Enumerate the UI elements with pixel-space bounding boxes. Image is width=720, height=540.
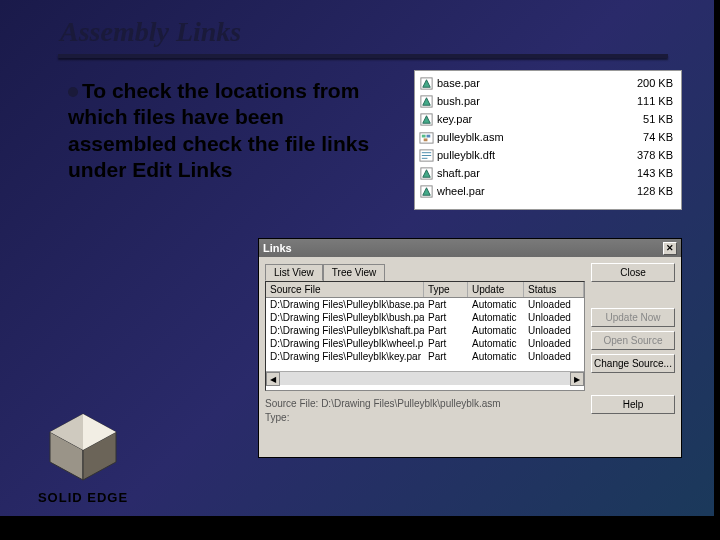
- link-row[interactable]: D:\Drawing Files\Pulleyblk\bush.parPartA…: [266, 311, 584, 324]
- source-file-value: D:\Drawing Files\Pulleyblk\pulleyblk.asm: [321, 398, 501, 409]
- file-name: pulleyblk.asm: [437, 131, 622, 143]
- slide-title: Assembly Links: [60, 16, 241, 48]
- cell-status: Unloaded: [524, 350, 584, 363]
- file-name: key.par: [437, 113, 622, 125]
- file-size: 200 KB: [622, 77, 677, 89]
- file-icon: [419, 166, 434, 181]
- file-size: 51 KB: [622, 113, 677, 125]
- dialog-tabs: List View Tree View: [265, 263, 585, 280]
- file-size: 111 KB: [622, 95, 677, 107]
- solid-edge-logo: SOLID EDGE: [36, 412, 130, 505]
- bullet-text: To check the locations from which files …: [68, 79, 369, 181]
- links-listview[interactable]: Source File Type Update Status D:\Drawin…: [265, 281, 585, 391]
- file-name: bush.par: [437, 95, 622, 107]
- cell-status: Unloaded: [524, 311, 584, 324]
- bullet-icon: [68, 87, 78, 97]
- listview-header: Source File Type Update Status: [266, 282, 584, 298]
- link-row[interactable]: D:\Drawing Files\Pulleyblk\shaft.parPart…: [266, 324, 584, 337]
- file-icon: [419, 130, 434, 145]
- source-file-label: Source File:: [265, 398, 318, 409]
- tab-tree-view[interactable]: Tree View: [323, 264, 385, 281]
- file-icon: [419, 184, 434, 199]
- cell-status: Unloaded: [524, 298, 584, 311]
- file-row[interactable]: bush.par111 KB: [419, 92, 677, 110]
- cell-type: Part: [424, 337, 468, 350]
- cell-type: Part: [424, 311, 468, 324]
- link-row[interactable]: D:\Drawing Files\Pulleyblk\wheel.parPart…: [266, 337, 584, 350]
- col-type[interactable]: Type: [424, 282, 468, 297]
- file-row[interactable]: base.par200 KB: [419, 74, 677, 92]
- file-list-panel: base.par200 KBbush.par111 KBkey.par51 KB…: [414, 70, 682, 210]
- link-row[interactable]: D:\Drawing Files\Pulleyblk\key.parPartAu…: [266, 350, 584, 363]
- file-name: wheel.par: [437, 185, 622, 197]
- cell-type: Part: [424, 324, 468, 337]
- footer-bar: [0, 516, 720, 540]
- cell-update: Automatic: [468, 311, 524, 324]
- scroll-left-icon[interactable]: ◀: [266, 372, 280, 386]
- file-name: base.par: [437, 77, 622, 89]
- file-icon: [419, 112, 434, 127]
- source-info: Source File: D:\Drawing Files\Pulleyblk\…: [265, 397, 585, 425]
- file-size: 128 KB: [622, 185, 677, 197]
- cell-type: Part: [424, 298, 468, 311]
- file-row[interactable]: wheel.par128 KB: [419, 182, 677, 200]
- scrollbar-horizontal[interactable]: ◀ ▶: [266, 371, 584, 385]
- file-row[interactable]: shaft.par143 KB: [419, 164, 677, 182]
- tab-list-view[interactable]: List View: [265, 264, 323, 281]
- col-update[interactable]: Update: [468, 282, 524, 297]
- svg-rect-6: [420, 132, 433, 142]
- cell-source: D:\Drawing Files\Pulleyblk\bush.par: [266, 311, 424, 324]
- cell-update: Automatic: [468, 337, 524, 350]
- file-row[interactable]: pulleyblk.asm74 KB: [419, 128, 677, 146]
- scroll-right-icon[interactable]: ▶: [570, 372, 584, 386]
- cell-source: D:\Drawing Files\Pulleyblk\base.par: [266, 298, 424, 311]
- change-source-button[interactable]: Change Source...: [591, 354, 675, 373]
- cell-status: Unloaded: [524, 324, 584, 337]
- cell-source: D:\Drawing Files\Pulleyblk\wheel.par: [266, 337, 424, 350]
- links-dialog: Links ✕ List View Tree View Source File …: [258, 238, 682, 458]
- cell-status: Unloaded: [524, 337, 584, 350]
- file-size: 74 KB: [622, 131, 677, 143]
- file-name: shaft.par: [437, 167, 622, 179]
- cell-source: D:\Drawing Files\Pulleyblk\shaft.par: [266, 324, 424, 337]
- dialog-titlebar: Links ✕: [259, 239, 681, 257]
- open-source-button[interactable]: Open Source: [591, 331, 675, 350]
- col-status[interactable]: Status: [524, 282, 584, 297]
- cube-icon: [44, 412, 122, 482]
- col-source[interactable]: Source File: [266, 282, 424, 297]
- update-now-button[interactable]: Update Now: [591, 308, 675, 327]
- help-button[interactable]: Help: [591, 395, 675, 414]
- cell-update: Automatic: [468, 298, 524, 311]
- cell-type: Part: [424, 350, 468, 363]
- dialog-title: Links: [263, 242, 292, 254]
- type-label: Type:: [265, 412, 289, 423]
- file-size: 143 KB: [622, 167, 677, 179]
- svg-rect-7: [422, 134, 426, 137]
- svg-rect-9: [424, 138, 428, 141]
- file-row[interactable]: key.par51 KB: [419, 110, 677, 128]
- cell-update: Automatic: [468, 324, 524, 337]
- close-button[interactable]: Close: [591, 263, 675, 282]
- side-bar: [714, 0, 720, 540]
- svg-rect-8: [427, 134, 431, 137]
- close-icon[interactable]: ✕: [663, 242, 677, 255]
- cell-source: D:\Drawing Files\Pulleyblk\key.par: [266, 350, 424, 363]
- title-underline: [58, 54, 668, 58]
- file-icon: [419, 94, 434, 109]
- dialog-buttons: Close Update Now Open Source Change Sour…: [591, 263, 675, 425]
- cell-update: Automatic: [468, 350, 524, 363]
- file-row[interactable]: pulleyblk.dft378 KB: [419, 146, 677, 164]
- slide-bullet: To check the locations from which files …: [68, 78, 378, 183]
- link-row[interactable]: D:\Drawing Files\Pulleyblk\base.parPartA…: [266, 298, 584, 311]
- file-name: pulleyblk.dft: [437, 149, 622, 161]
- file-size: 378 KB: [622, 149, 677, 161]
- file-icon: [419, 148, 434, 163]
- file-icon: [419, 76, 434, 91]
- logo-text: SOLID EDGE: [36, 490, 130, 505]
